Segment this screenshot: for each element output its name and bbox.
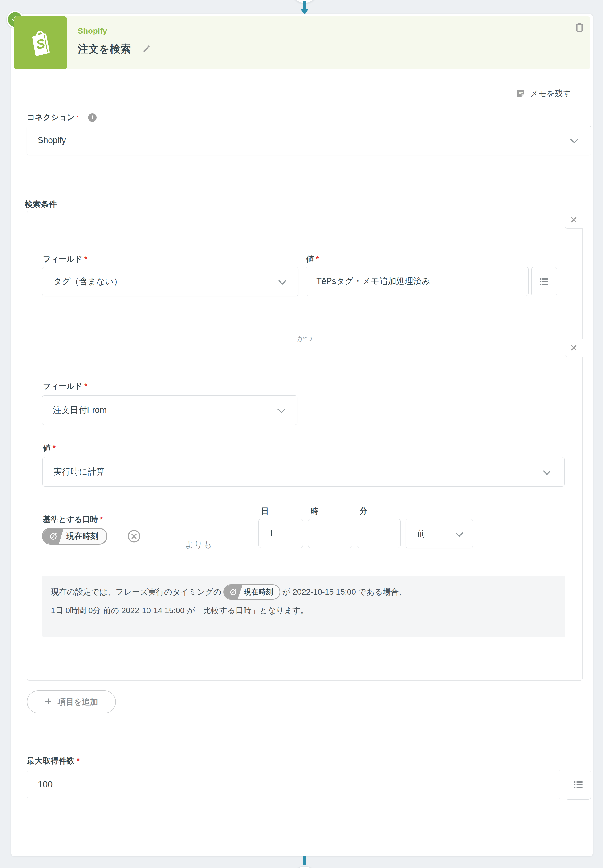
connection-label: コネクション [27,112,75,123]
info-icon[interactable]: i [88,113,97,122]
required-mark: * [77,115,78,120]
list-icon [573,779,584,790]
note-chip-label: 現在時刻 [239,585,280,599]
close-icon [569,344,578,352]
search-conditions-label: 検索条件 [25,199,57,210]
conditions-group: フィールド* タグ（含まない） 値* [27,211,583,681]
connector-line-bottom [303,856,306,865]
note-chip: 現在時刻 [223,584,280,599]
condition-1-insert-variable-button[interactable] [531,267,557,296]
add-item-button[interactable]: + 項目を追加 [27,690,116,713]
remove-condition-2-button[interactable] [564,339,583,357]
base-datetime-label: 基準とする日時* [43,514,103,525]
max-results-insert-variable-button[interactable] [566,769,591,800]
note-line1-post: が 2022-10-15 15:00 である場合、 [282,587,407,598]
clear-base-datetime-button[interactable] [127,529,141,544]
condition-1-field-select[interactable]: タグ（含まない） [42,267,298,296]
max-results-input[interactable] [27,769,560,799]
close-icon [569,215,578,224]
condition-2-value-select[interactable]: 実行時に計算 [42,457,564,487]
edit-title-button[interactable] [141,44,151,54]
connection-select[interactable]: Shopify [26,125,591,155]
note-line1-pre: 現在の設定では、フレーズ実行のタイミングの [51,587,221,598]
condition-2-field-label: フィールド* [43,381,87,392]
remove-condition-1-button[interactable] [564,211,583,229]
condition-2-value: 実行時に計算 [54,457,105,486]
condition-1-value-label: 値* [306,254,319,264]
condition-1-field-label: フィールド* [43,254,87,264]
circle-close-icon [127,529,141,543]
chevron-down-icon [570,135,578,144]
and-label: かつ [290,334,320,344]
delete-step-button[interactable] [573,20,586,34]
plus-icon: + [45,695,52,707]
minute-label: 分 [359,506,367,516]
connection-label-row: コネクション * i [27,112,97,123]
hour-label: 時 [311,506,319,516]
condition-2-field-value: 注文日付From [53,395,107,425]
base-datetime-chip-label: 現在時刻 [60,529,107,544]
condition-2-field-select[interactable]: 注文日付From [42,395,297,425]
chevron-down-icon [455,529,463,537]
datetime-explanation-box: 現在の設定では、フレーズ実行のタイミングの 現在時刻 が 2022-10-15 … [42,576,565,637]
connector-line-top [303,1,306,9]
add-item-label: 項目を追加 [58,697,98,707]
next-node-connector[interactable] [291,866,318,868]
chevron-down-icon [543,467,551,475]
day-input[interactable] [258,519,303,548]
memo-note-icon [516,88,526,99]
list-icon [539,276,549,287]
pencil-icon [141,44,151,54]
chevron-down-icon [278,277,286,285]
direction-value: 前 [417,519,426,548]
base-datetime-chip[interactable]: 現在時刻 [42,528,107,545]
workflow-step-page: S Shopify 注文を検索 [0,0,603,868]
hour-input[interactable] [308,519,352,548]
connection-select-value: Shopify [38,126,66,155]
comparison-text: よりも [185,538,212,550]
condition-2-value-label: 値* [43,443,56,454]
condition-1-value-input[interactable] [306,267,529,296]
connector-arrow-icon [301,9,309,15]
chevron-down-icon [277,405,286,413]
condition-1-field-value: タグ（含まない） [53,267,122,296]
leave-memo-button[interactable]: メモを残す [516,88,571,99]
trash-icon [574,22,585,33]
max-results-label: 最大取得件数* [26,755,80,766]
shopify-logo: S [14,17,67,69]
shopify-bag-icon: S [23,25,58,60]
day-label: 日 [261,506,269,516]
direction-select[interactable]: 前 [406,519,473,548]
note-line2: 1日 0時間 0分 前の 2022-10-14 15:00 が「比較する日時」と… [51,605,565,616]
app-name: Shopify [78,26,107,36]
step-header: S Shopify 注文を検索 [14,17,590,69]
step-title: 注文を検索 [78,42,131,56]
leave-memo-label: メモを残す [530,88,571,99]
minute-input[interactable] [357,519,400,548]
step-config-card: S Shopify 注文を検索 [11,14,593,856]
